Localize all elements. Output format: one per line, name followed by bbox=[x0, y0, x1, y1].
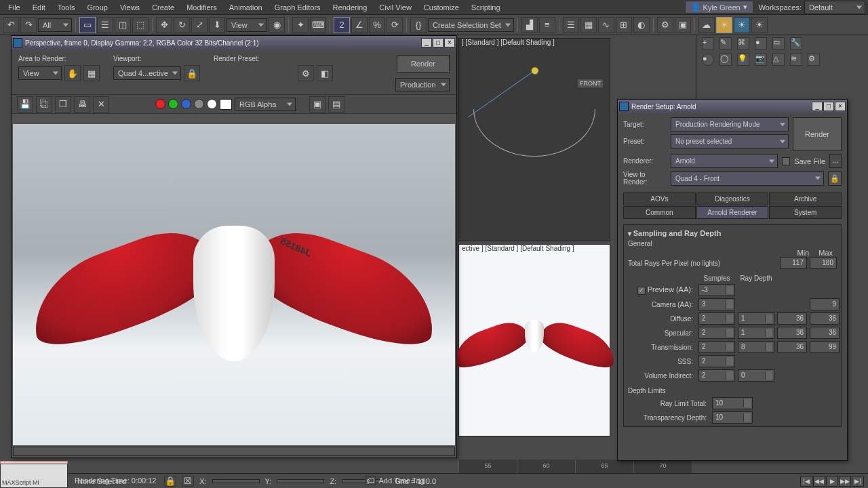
renderer-dropdown[interactable]: Arnold bbox=[671, 154, 778, 168]
render-setup-shortcut-icon[interactable]: ⚙ bbox=[298, 65, 314, 81]
maximize-button[interactable]: □ bbox=[823, 102, 834, 111]
view-to-render-dropdown[interactable]: Quad 4 - Front bbox=[671, 171, 824, 186]
minimize-button[interactable]: _ bbox=[421, 38, 432, 47]
move-icon[interactable]: ✥ bbox=[156, 17, 172, 33]
viewport-perspective[interactable]: ective ] [Standard ] [Default Shading ] bbox=[458, 244, 610, 436]
horizontal-scrollbar[interactable] bbox=[13, 447, 455, 456]
create-tab-icon[interactable]: + bbox=[702, 37, 714, 49]
select-name-icon[interactable]: ☰ bbox=[97, 17, 113, 33]
activeshade-icon[interactable]: ☀ bbox=[751, 17, 768, 33]
align-icon[interactable]: ≡ bbox=[539, 17, 555, 33]
viewport-dropdown[interactable]: Quad 4...ective bbox=[113, 66, 181, 80]
sampling-section-header[interactable]: ▾ Sampling and Ray Depth bbox=[628, 228, 837, 239]
volume-samples-spinner[interactable]: 2 bbox=[698, 369, 735, 382]
timeline-ruler[interactable]: 55 60 65 70 bbox=[458, 460, 692, 473]
redo-icon[interactable]: ↷ bbox=[20, 17, 37, 33]
sss-samples-spinner[interactable]: 2 bbox=[698, 355, 735, 367]
maximize-button[interactable]: □ bbox=[433, 38, 443, 47]
menu-file[interactable]: File bbox=[3, 2, 26, 13]
diffuse-depth-spinner[interactable]: 1 bbox=[738, 312, 774, 325]
preview-samples-spinner[interactable]: -3 bbox=[698, 284, 735, 296]
menu-rendering[interactable]: Rendering bbox=[328, 2, 373, 13]
modify-tab-icon[interactable]: ✎ bbox=[719, 37, 732, 49]
curve-editor-icon[interactable]: ∿ bbox=[598, 17, 614, 33]
save-file-browse-button[interactable]: ... bbox=[829, 154, 842, 168]
ref-coord-dropdown[interactable]: View bbox=[226, 18, 267, 32]
clear-icon[interactable]: ✕ bbox=[93, 96, 109, 113]
manip-icon[interactable]: ✦ bbox=[292, 17, 309, 33]
menu-scripting[interactable]: Scripting bbox=[466, 2, 506, 13]
selection-filter-dropdown[interactable]: All bbox=[38, 18, 72, 32]
time-tag-icon[interactable]: 🏷 bbox=[365, 476, 376, 485]
tab-arnold-renderer[interactable]: Arnold Renderer bbox=[696, 206, 769, 219]
red-channel-icon[interactable] bbox=[155, 99, 165, 109]
shapes-icon[interactable]: ◯ bbox=[719, 54, 732, 66]
menu-graph-editors[interactable]: Graph Editors bbox=[269, 2, 326, 13]
menu-tools[interactable]: Tools bbox=[52, 2, 81, 13]
window-crossing-icon[interactable]: ⬚ bbox=[132, 17, 149, 33]
save-image-icon[interactable]: 💾 bbox=[17, 96, 33, 113]
preset-dropdown[interactable]: No preset selected bbox=[671, 134, 789, 148]
green-channel-icon[interactable] bbox=[168, 99, 178, 109]
lock-viewport-icon[interactable]: 🔒 bbox=[184, 65, 200, 81]
lights-icon[interactable]: 💡 bbox=[737, 54, 749, 66]
tab-common[interactable]: Common bbox=[623, 206, 696, 219]
copy-image-icon[interactable]: ⿻ bbox=[36, 96, 52, 113]
specular-samples-spinner[interactable]: 2 bbox=[698, 327, 735, 339]
material-editor-icon[interactable]: ◐ bbox=[633, 17, 650, 33]
tab-diagnostics[interactable]: Diagnostics bbox=[696, 192, 769, 205]
ray-limit-spinner[interactable]: 10 bbox=[712, 397, 753, 409]
motion-tab-icon[interactable]: ● bbox=[755, 37, 767, 49]
viewport-front[interactable]: ] [Standard ] [Default Shading ] FRONT bbox=[458, 38, 610, 241]
target-dropdown[interactable]: Production Rendering Mode bbox=[671, 117, 789, 131]
add-time-tag-label[interactable]: Add Time Tag bbox=[378, 476, 424, 485]
alpha-channel-icon[interactable] bbox=[194, 99, 204, 109]
region-edit-icon[interactable]: ✋ bbox=[64, 65, 81, 81]
production-dropdown[interactable]: Production bbox=[395, 78, 450, 92]
preview-checkbox[interactable]: ✓ bbox=[637, 287, 646, 295]
tab-system[interactable]: System bbox=[769, 206, 842, 219]
render-frame-icon[interactable]: ▣ bbox=[675, 17, 691, 33]
place-icon[interactable]: ⬇ bbox=[209, 17, 225, 33]
minimize-button[interactable]: _ bbox=[812, 102, 823, 111]
keyboard-icon[interactable]: ⌨ bbox=[310, 17, 326, 33]
angle-snap-icon[interactable]: ∠ bbox=[351, 17, 368, 33]
select-object-icon[interactable]: ▭ bbox=[79, 17, 96, 33]
transparency-depth-spinner[interactable]: 10 bbox=[712, 411, 753, 424]
render-prod-icon[interactable]: ☀ bbox=[716, 17, 732, 33]
render-window-titlebar[interactable]: Perspective, frame 0, Display Gamma: 2.2… bbox=[12, 36, 456, 49]
user-badge[interactable]: 👤 Kyle Green ▾ bbox=[685, 1, 753, 14]
snap-2d-icon[interactable]: 2 bbox=[334, 17, 350, 33]
layer-explorer-icon[interactable]: ☰ bbox=[563, 17, 579, 33]
save-file-checkbox[interactable] bbox=[782, 157, 790, 165]
spinner-snap-icon[interactable]: ⟳ bbox=[387, 17, 403, 33]
lock-view-button[interactable]: 🔒 bbox=[828, 171, 842, 186]
geometry-icon[interactable]: ● bbox=[702, 54, 714, 66]
edit-named-icon[interactable]: {} bbox=[410, 17, 427, 33]
specular-depth-spinner[interactable]: 1 bbox=[738, 327, 774, 339]
hierarchy-tab-icon[interactable]: ⌘ bbox=[737, 37, 749, 49]
background-color-swatch[interactable] bbox=[220, 99, 232, 110]
volume-depth-spinner[interactable]: 0 bbox=[738, 369, 774, 382]
tab-archive[interactable]: Archive bbox=[769, 192, 842, 205]
toggle-ui-overlay-icon[interactable]: ▣ bbox=[309, 96, 326, 113]
mirror-icon[interactable]: ▟ bbox=[521, 17, 538, 33]
transmission-samples-spinner[interactable]: 2 bbox=[698, 341, 735, 353]
menu-views[interactable]: Views bbox=[115, 2, 145, 13]
undo-icon[interactable]: ↶ bbox=[3, 17, 19, 33]
blue-channel-icon[interactable] bbox=[181, 99, 191, 109]
select-region-icon[interactable]: ◫ bbox=[115, 17, 131, 33]
maxscript-listener[interactable]: MAXScript Mi bbox=[0, 464, 68, 488]
render-iter-icon[interactable]: ☀ bbox=[734, 17, 750, 33]
menu-modifiers[interactable]: Modifiers bbox=[181, 2, 222, 13]
systems-icon[interactable]: ⚙ bbox=[808, 54, 820, 66]
clone-window-icon[interactable]: ❐ bbox=[55, 96, 71, 113]
channel-dropdown[interactable]: RGB Alpha bbox=[235, 98, 296, 111]
camera-samples-spinner[interactable]: 3 bbox=[698, 298, 735, 310]
display-tab-icon[interactable]: ▭ bbox=[772, 37, 785, 49]
transmission-depth-spinner[interactable]: 8 bbox=[738, 341, 774, 353]
menu-edit[interactable]: Edit bbox=[27, 2, 51, 13]
diffuse-samples-spinner[interactable]: 2 bbox=[698, 312, 735, 325]
close-button[interactable]: × bbox=[444, 38, 455, 47]
print-icon[interactable]: 🖶 bbox=[74, 96, 90, 113]
